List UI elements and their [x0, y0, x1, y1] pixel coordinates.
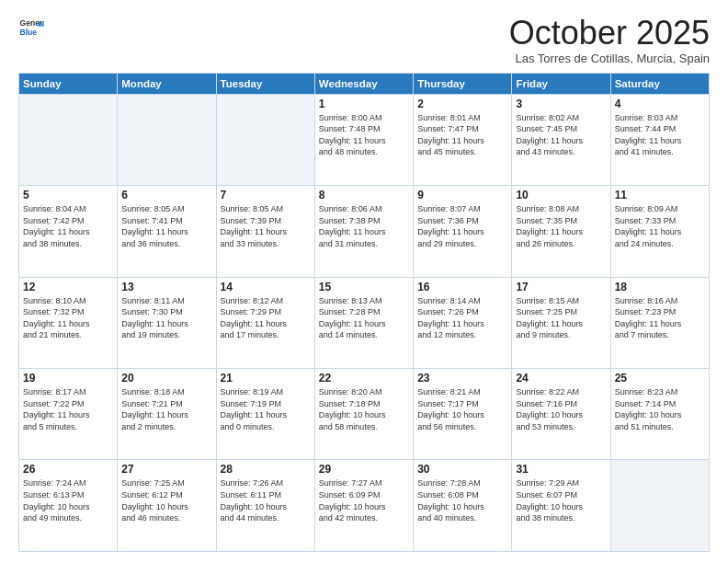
col-thursday: Thursday	[414, 73, 512, 94]
day-number: 1	[319, 98, 409, 110]
logo: General Blue	[18, 15, 46, 40]
day-number: 24	[516, 372, 606, 385]
day-info: Sunrise: 8:05 AM Sunset: 7:41 PM Dayligh…	[121, 203, 211, 249]
header: General Blue October 2025 Las Torres de …	[18, 15, 710, 65]
day-cell: 16Sunrise: 8:14 AM Sunset: 7:26 PM Dayli…	[414, 277, 512, 368]
week-row-2: 12Sunrise: 8:10 AM Sunset: 7:32 PM Dayli…	[19, 277, 710, 368]
day-number: 8	[319, 189, 409, 201]
day-number: 22	[319, 372, 409, 385]
day-number: 28	[221, 463, 311, 476]
page: General Blue October 2025 Las Torres de …	[0, 0, 728, 563]
day-cell: 14Sunrise: 8:12 AM Sunset: 7:29 PM Dayli…	[216, 277, 314, 368]
day-info: Sunrise: 8:21 AM Sunset: 7:17 PM Dayligh…	[417, 386, 507, 432]
day-number: 23	[417, 372, 507, 385]
day-cell: 23Sunrise: 8:21 AM Sunset: 7:17 PM Dayli…	[414, 369, 512, 460]
calendar-body: 1Sunrise: 8:00 AM Sunset: 7:48 PM Daylig…	[19, 94, 710, 551]
day-info: Sunrise: 8:00 AM Sunset: 7:48 PM Dayligh…	[319, 112, 409, 158]
day-number: 9	[417, 189, 507, 201]
day-cell: 28Sunrise: 7:26 AM Sunset: 6:11 PM Dayli…	[216, 460, 314, 552]
day-number: 21	[221, 372, 311, 385]
day-info: Sunrise: 8:23 AM Sunset: 7:14 PM Dayligh…	[615, 386, 705, 432]
day-cell: 27Sunrise: 7:25 AM Sunset: 6:12 PM Dayli…	[118, 460, 216, 552]
day-cell	[19, 94, 118, 185]
day-info: Sunrise: 8:20 AM Sunset: 7:18 PM Dayligh…	[319, 386, 409, 432]
day-cell: 15Sunrise: 8:13 AM Sunset: 7:28 PM Dayli…	[314, 277, 413, 368]
day-info: Sunrise: 7:25 AM Sunset: 6:12 PM Dayligh…	[121, 477, 211, 523]
col-wednesday: Wednesday	[314, 73, 413, 94]
day-info: Sunrise: 8:19 AM Sunset: 7:19 PM Dayligh…	[221, 386, 311, 432]
day-cell: 6Sunrise: 8:05 AM Sunset: 7:41 PM Daylig…	[118, 186, 216, 277]
day-info: Sunrise: 8:18 AM Sunset: 7:21 PM Dayligh…	[121, 386, 211, 432]
col-saturday: Saturday	[610, 73, 709, 94]
day-number: 13	[121, 281, 211, 293]
day-cell: 11Sunrise: 8:09 AM Sunset: 7:33 PM Dayli…	[610, 186, 709, 277]
day-number: 4	[615, 98, 705, 110]
day-cell: 20Sunrise: 8:18 AM Sunset: 7:21 PM Dayli…	[118, 369, 216, 460]
day-info: Sunrise: 8:12 AM Sunset: 7:29 PM Dayligh…	[221, 295, 311, 341]
svg-text:Blue: Blue	[20, 28, 38, 37]
day-info: Sunrise: 7:24 AM Sunset: 6:13 PM Dayligh…	[23, 477, 113, 523]
day-cell: 9Sunrise: 8:07 AM Sunset: 7:36 PM Daylig…	[414, 186, 512, 277]
col-sunday: Sunday	[19, 73, 118, 94]
day-number: 7	[221, 189, 311, 201]
day-number: 19	[23, 372, 113, 385]
calendar-header: Sunday Monday Tuesday Wednesday Thursday…	[19, 73, 710, 94]
day-cell	[118, 94, 216, 185]
location: Las Torres de Cotillas, Murcia, Spain	[509, 52, 710, 65]
day-cell: 25Sunrise: 8:23 AM Sunset: 7:14 PM Dayli…	[610, 369, 709, 460]
day-number: 11	[615, 189, 705, 201]
day-cell	[610, 460, 709, 552]
day-cell: 3Sunrise: 8:02 AM Sunset: 7:45 PM Daylig…	[512, 94, 610, 185]
day-number: 26	[23, 463, 113, 476]
day-info: Sunrise: 8:03 AM Sunset: 7:44 PM Dayligh…	[615, 112, 705, 158]
day-info: Sunrise: 8:01 AM Sunset: 7:47 PM Dayligh…	[417, 112, 507, 158]
calendar-table: Sunday Monday Tuesday Wednesday Thursday…	[18, 73, 710, 552]
day-number: 10	[516, 189, 606, 201]
day-number: 20	[121, 372, 211, 385]
day-info: Sunrise: 8:13 AM Sunset: 7:28 PM Dayligh…	[319, 295, 409, 341]
week-row-1: 5Sunrise: 8:04 AM Sunset: 7:42 PM Daylig…	[19, 186, 710, 277]
day-cell: 30Sunrise: 7:28 AM Sunset: 6:08 PM Dayli…	[414, 460, 512, 552]
col-tuesday: Tuesday	[216, 73, 314, 94]
week-row-0: 1Sunrise: 8:00 AM Sunset: 7:48 PM Daylig…	[19, 94, 710, 185]
day-info: Sunrise: 8:11 AM Sunset: 7:30 PM Dayligh…	[121, 295, 211, 341]
week-row-4: 26Sunrise: 7:24 AM Sunset: 6:13 PM Dayli…	[19, 460, 710, 552]
day-cell: 18Sunrise: 8:16 AM Sunset: 7:23 PM Dayli…	[610, 277, 709, 368]
day-info: Sunrise: 8:02 AM Sunset: 7:45 PM Dayligh…	[516, 112, 606, 158]
day-number: 3	[516, 98, 606, 110]
day-info: Sunrise: 8:04 AM Sunset: 7:42 PM Dayligh…	[23, 203, 113, 249]
day-info: Sunrise: 7:26 AM Sunset: 6:11 PM Dayligh…	[221, 477, 311, 523]
day-cell: 24Sunrise: 8:22 AM Sunset: 7:16 PM Dayli…	[512, 369, 610, 460]
day-cell: 10Sunrise: 8:08 AM Sunset: 7:35 PM Dayli…	[512, 186, 610, 277]
day-number: 30	[417, 463, 507, 476]
day-cell: 29Sunrise: 7:27 AM Sunset: 6:09 PM Dayli…	[314, 460, 413, 552]
day-cell: 7Sunrise: 8:05 AM Sunset: 7:39 PM Daylig…	[216, 186, 314, 277]
day-number: 27	[121, 463, 211, 476]
day-cell: 19Sunrise: 8:17 AM Sunset: 7:22 PM Dayli…	[19, 369, 118, 460]
day-cell: 17Sunrise: 8:15 AM Sunset: 7:25 PM Dayli…	[512, 277, 610, 368]
day-number: 14	[221, 281, 311, 293]
day-cell: 4Sunrise: 8:03 AM Sunset: 7:44 PM Daylig…	[610, 94, 709, 185]
header-row: Sunday Monday Tuesday Wednesday Thursday…	[19, 73, 710, 94]
day-info: Sunrise: 8:14 AM Sunset: 7:26 PM Dayligh…	[417, 295, 507, 341]
day-number: 12	[23, 281, 113, 293]
day-info: Sunrise: 8:09 AM Sunset: 7:33 PM Dayligh…	[615, 203, 705, 249]
day-cell: 13Sunrise: 8:11 AM Sunset: 7:30 PM Dayli…	[118, 277, 216, 368]
day-number: 15	[319, 281, 409, 293]
day-info: Sunrise: 8:16 AM Sunset: 7:23 PM Dayligh…	[615, 295, 705, 341]
day-info: Sunrise: 8:17 AM Sunset: 7:22 PM Dayligh…	[23, 386, 113, 432]
title-block: October 2025 Las Torres de Cotillas, Mur…	[509, 15, 710, 65]
day-cell: 12Sunrise: 8:10 AM Sunset: 7:32 PM Dayli…	[19, 277, 118, 368]
day-info: Sunrise: 8:10 AM Sunset: 7:32 PM Dayligh…	[23, 295, 113, 341]
day-cell: 2Sunrise: 8:01 AM Sunset: 7:47 PM Daylig…	[414, 94, 512, 185]
logo-icon: General Blue	[18, 15, 44, 40]
day-number: 29	[319, 463, 409, 476]
day-number: 16	[417, 281, 507, 293]
day-info: Sunrise: 8:05 AM Sunset: 7:39 PM Dayligh…	[221, 203, 311, 249]
col-friday: Friday	[512, 73, 610, 94]
day-info: Sunrise: 8:15 AM Sunset: 7:25 PM Dayligh…	[516, 295, 606, 341]
day-number: 17	[516, 281, 606, 293]
day-info: Sunrise: 7:29 AM Sunset: 6:07 PM Dayligh…	[516, 477, 606, 523]
day-number: 31	[516, 463, 606, 476]
day-info: Sunrise: 7:27 AM Sunset: 6:09 PM Dayligh…	[319, 477, 409, 523]
